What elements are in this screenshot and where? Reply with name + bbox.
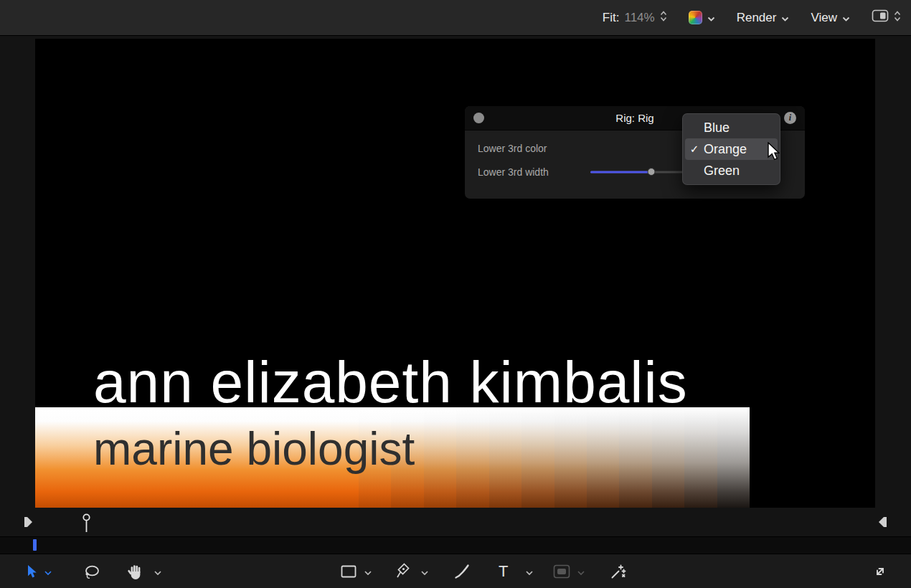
- paint-stroke-tool[interactable]: [454, 564, 470, 579]
- playhead[interactable]: [82, 513, 91, 536]
- lower-third-band: marine biologist: [35, 407, 750, 508]
- render-label: Render: [737, 11, 777, 25]
- view-label: View: [811, 11, 837, 25]
- mini-timeline-clip[interactable]: [33, 539, 37, 551]
- pan-hand-tool[interactable]: [128, 563, 143, 580]
- band-stripe: [456, 407, 488, 508]
- shape-well-chevron-icon: [577, 565, 585, 578]
- expand-canvas-icon[interactable]: [872, 563, 889, 580]
- render-menu-button[interactable]: Render: [737, 11, 790, 25]
- lower-third-subtitle-text: marine biologist: [93, 426, 415, 472]
- viewport-layout-icon: [872, 9, 889, 26]
- color-channel-icon: [689, 11, 702, 24]
- info-glyph: i: [789, 113, 791, 123]
- play-range-end-marker[interactable]: [877, 516, 887, 531]
- popup-item-label: Green: [704, 163, 740, 179]
- rectangle-shape-tool[interactable]: [341, 565, 357, 578]
- viewport-layout-control[interactable]: [872, 9, 901, 26]
- chevron-down-icon: [781, 11, 789, 25]
- play-range-start-marker[interactable]: [24, 516, 34, 531]
- band-stripe: [684, 407, 717, 508]
- band-stripe: [619, 407, 651, 508]
- timeline-strip: [0, 511, 911, 536]
- band-stripe: [587, 407, 619, 508]
- info-icon[interactable]: i: [784, 112, 796, 124]
- band-stripe: [554, 407, 587, 508]
- chevron-down-icon: [842, 11, 850, 25]
- pan-tool-chevron-icon[interactable]: [154, 565, 161, 578]
- select-tool-chevron-icon[interactable]: [44, 565, 52, 578]
- color-channel-control[interactable]: [689, 11, 715, 25]
- view-menu-button[interactable]: View: [811, 11, 850, 25]
- mouse-cursor-icon: [766, 142, 780, 164]
- popup-item-label: Orange: [704, 142, 747, 157]
- shape-well-tool: [553, 564, 570, 579]
- band-stripe: [424, 407, 456, 508]
- text-tool-chevron-icon[interactable]: [526, 565, 533, 578]
- popup-item-orange[interactable]: ✓ Orange: [685, 138, 778, 160]
- band-stripe: [521, 407, 554, 508]
- band-stripe: [717, 407, 750, 508]
- band-stripe: [652, 407, 684, 508]
- shape-tool-chevron-icon[interactable]: [364, 565, 372, 578]
- zoom-value: 114%: [624, 11, 654, 25]
- lower-3rd-width-label: Lower 3rd width: [478, 166, 549, 178]
- text-tool[interactable]: T: [499, 562, 508, 581]
- bezier-pen-tool[interactable]: [395, 563, 411, 580]
- slider-fill: [590, 171, 651, 173]
- band-stripe: [489, 407, 521, 508]
- chevron-down-icon: [707, 11, 715, 25]
- lower-3rd-width-slider[interactable]: [590, 171, 684, 173]
- adjust-tool[interactable]: [83, 564, 100, 579]
- text-tool-glyph: T: [499, 562, 508, 581]
- magic-wand-tool[interactable]: [610, 563, 627, 580]
- band-stripes: [359, 407, 750, 508]
- checkmark-icon: ✓: [685, 143, 704, 156]
- popup-item-blue[interactable]: Blue: [685, 117, 778, 138]
- zoom-stepper-icon[interactable]: [660, 11, 667, 25]
- lower-third-title-text: ann elizabeth kimbalis: [93, 353, 688, 412]
- slider-thumb[interactable]: [647, 168, 655, 176]
- layout-stepper-icon: [894, 11, 901, 25]
- workspace: Rig: Rig i Lower 3rd color Lower 3rd wid…: [0, 36, 911, 588]
- select-transform-tool[interactable]: [24, 564, 39, 579]
- popup-item-green[interactable]: Green: [685, 160, 778, 181]
- lower-3rd-color-label: Lower 3rd color: [478, 143, 547, 154]
- popup-item-label: Blue: [704, 120, 730, 136]
- zoom-control[interactable]: Fit: 114%: [603, 11, 667, 25]
- fit-label: Fit:: [603, 11, 620, 25]
- mini-timeline[interactable]: [0, 536, 911, 554]
- canvas: Rig: Rig i Lower 3rd color Lower 3rd wid…: [35, 39, 875, 508]
- bezier-tool-chevron-icon[interactable]: [421, 565, 428, 578]
- bottom-toolbar: T: [0, 554, 911, 588]
- top-toolbar: Fit: 114% Render View: [0, 0, 911, 36]
